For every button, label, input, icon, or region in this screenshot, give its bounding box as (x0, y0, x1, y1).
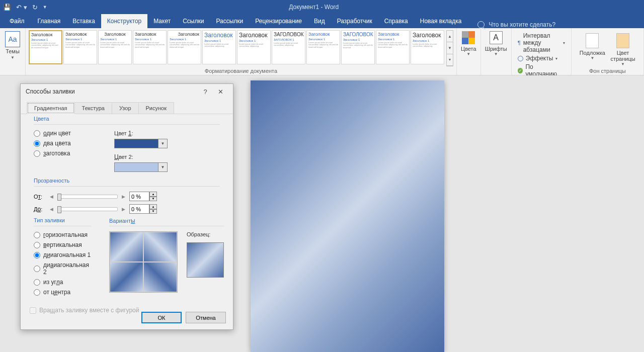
tab-review[interactable]: Рецензирование (249, 14, 308, 28)
quick-access-toolbar: 💾 ↶ ▾ ↻ ▼ (3, 4, 47, 11)
style-gallery[interactable]: ЗаголовокЗаголовок 1Lorem ipsum dolor si… (29, 30, 453, 66)
style-item[interactable]: ЗаголовокЗаголовок 1Lorem ipsum dolor si… (237, 30, 271, 64)
ok-button[interactable]: ОК (141, 312, 182, 323)
chevron-down-icon: ▼ (466, 52, 470, 56)
undo-icon[interactable]: ↶ ▾ (16, 4, 27, 11)
radio-corner[interactable] (34, 279, 40, 286)
style-item[interactable]: ЗаголовокЗаголовок 1Lorem ipsum dolor si… (306, 30, 340, 64)
style-item[interactable]: ЗаголовокЗаголовок 1Lorem ipsum dolor si… (168, 30, 201, 64)
radio-center[interactable] (34, 289, 40, 296)
themes-button[interactable]: Aa Темы ▼ (3, 30, 22, 61)
slider-left-icon[interactable]: ◀ (50, 207, 53, 212)
dialog-titlebar[interactable]: Способы заливки ? ✕ (21, 84, 233, 99)
variant-4[interactable] (143, 262, 177, 292)
from-slider[interactable] (57, 195, 118, 199)
redo-icon[interactable]: ↻ (32, 4, 38, 11)
style-item[interactable]: ЗаголовокЗаголовок 1Lorem ipsum dolor si… (63, 30, 97, 64)
tab-home[interactable]: Главная (32, 14, 67, 28)
scroll-up-icon[interactable]: ▲ (447, 31, 453, 42)
color2-dropdown-icon[interactable]: ▼ (158, 162, 168, 172)
tab-texture[interactable]: Текстура (74, 102, 112, 114)
spinner-down-icon[interactable]: ▼ (149, 209, 157, 214)
spinner-up-icon[interactable]: ▲ (149, 192, 157, 197)
close-icon[interactable]: ✕ (213, 88, 228, 96)
lightbulb-icon (477, 21, 485, 28)
tab-layout[interactable]: Макет (147, 14, 177, 28)
style-item[interactable]: ЗаголовокЗаголовок 1Lorem ipsum dolor si… (411, 30, 444, 64)
slider-thumb[interactable] (57, 194, 61, 201)
paragraph-spacing-button[interactable]: Интервал между абзацами▾ (518, 32, 565, 53)
page-color-button[interactable]: Цвет страницы ▼ (610, 33, 635, 66)
style-item[interactable]: ЗаголовокЗаголовок 1Lorem ipsum dolor si… (133, 30, 167, 64)
page-color-icon (616, 33, 629, 48)
radio-two-colors[interactable] (34, 140, 40, 147)
variant-1[interactable] (110, 232, 143, 262)
qat-dropdown-icon[interactable]: ▼ (43, 5, 47, 10)
title-bar: 💾 ↶ ▾ ↻ ▼ Документ1 - Word (0, 0, 644, 14)
to-slider[interactable] (57, 207, 118, 211)
from-spinner-input[interactable] (129, 192, 149, 201)
variant-3[interactable] (110, 262, 143, 292)
fonts-button[interactable]: A Шрифты ▼ (484, 30, 508, 57)
rotate-label: Вращать заливку вместе с фигурой (39, 307, 139, 314)
style-item[interactable]: ЗАГОЛОВОКЗаголовок 1Lorem ipsum dolor si… (341, 30, 375, 64)
cancel-button[interactable]: Отмена (186, 312, 226, 323)
style-item[interactable]: ЗаголовокЗаголовок 1Lorem ipsum dolor si… (202, 30, 236, 64)
slider-right-icon[interactable]: ▶ (122, 194, 125, 199)
fonts-icon: A (490, 31, 503, 44)
colors-button[interactable]: Цвета ▼ (460, 30, 477, 57)
gallery-scrollbar[interactable]: ▲▼▾ (446, 30, 453, 66)
style-item[interactable]: ЗаголовокЗаголовок 1Lorem ipsum dolor si… (29, 30, 62, 64)
tab-gradient[interactable]: Градиентная (27, 102, 75, 114)
color2-picker[interactable]: ▼ (114, 162, 220, 172)
radio-diagonal1[interactable] (34, 252, 40, 258)
slider-right-icon[interactable]: ▶ (122, 207, 125, 212)
dialog-title: Способы заливки (26, 88, 75, 95)
chevron-down-icon: ▾ (555, 56, 557, 61)
gallery-expand-icon[interactable]: ▾ (447, 54, 453, 66)
options-group: Интервал между абзацами▾ Эффекты▾ ✓По ум… (512, 28, 572, 75)
variant-2[interactable] (143, 232, 177, 262)
tab-help[interactable]: Справка (378, 14, 414, 28)
tab-references[interactable]: Ссылки (177, 14, 210, 28)
help-icon[interactable]: ? (198, 88, 213, 96)
spinner-up-icon[interactable]: ▲ (149, 204, 157, 209)
effects-button[interactable]: Эффекты▾ (518, 55, 565, 62)
tab-file[interactable]: Файл (3, 14, 32, 28)
radio-diagonal2[interactable] (34, 266, 40, 272)
style-item[interactable]: ЗаголовокЗаголовок 1Lorem ipsum dolor si… (376, 30, 410, 64)
style-item[interactable]: ЗАГОЛОВОКЗАГОЛОВОК 1Lorem ipsum dolor si… (272, 30, 305, 64)
watermark-button[interactable]: Подложка ▼ (580, 33, 605, 66)
tab-developer[interactable]: Разработчик (331, 14, 378, 28)
to-spinner-input[interactable] (129, 204, 149, 214)
fonts-label: Шрифты (485, 46, 507, 52)
save-icon[interactable]: 💾 (3, 4, 11, 11)
tab-pattern[interactable]: Узор (112, 102, 139, 114)
tab-mailings[interactable]: Рассылки (210, 14, 249, 28)
radio-horizontal[interactable] (34, 232, 40, 238)
spinner-down-icon[interactable]: ▼ (149, 197, 157, 202)
tab-new[interactable]: Новая вкладка (414, 14, 468, 28)
sample-label: Образец: (187, 231, 224, 237)
scroll-down-icon[interactable]: ▼ (447, 42, 453, 54)
radio-preset[interactable] (34, 150, 40, 157)
tab-design[interactable]: Конструктор (101, 14, 147, 28)
color1-dropdown-icon[interactable]: ▼ (158, 139, 168, 148)
radio-one-color[interactable] (34, 130, 40, 137)
radio-vertical[interactable] (34, 242, 40, 248)
tab-view[interactable]: Вид (308, 14, 331, 28)
one-color-label: один цвет (43, 130, 71, 137)
slider-left-icon[interactable]: ◀ (50, 194, 53, 199)
slider-thumb[interactable] (57, 206, 61, 213)
tab-picture[interactable]: Рисунок (138, 102, 175, 114)
ribbon-tabs: Файл Главная Вставка Конструктор Макет С… (0, 14, 644, 28)
tell-me-search[interactable]: Что вы хотите сделать? (477, 21, 555, 28)
watermark-icon (586, 33, 599, 48)
window-title: Документ1 - Word (47, 4, 581, 11)
style-item[interactable]: ЗаголовокЗаголовок 1Lorem ipsum dolor si… (98, 30, 132, 64)
color1-picker[interactable]: ▼ (114, 139, 220, 148)
tab-insert[interactable]: Вставка (66, 14, 101, 28)
document-page[interactable] (251, 80, 444, 352)
color2-swatch (114, 162, 158, 172)
dialog-body: Цвета один цвет два цвета заготовка Цвет… (21, 114, 233, 319)
